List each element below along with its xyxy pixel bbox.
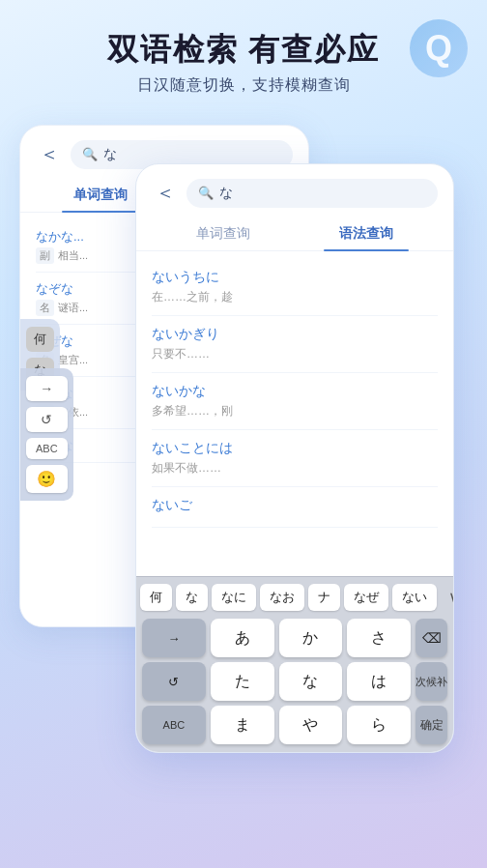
back-search-text: な [103,146,117,163]
main-title: 双语检索 有查必应 [23,31,464,68]
kana-ナ[interactable]: ナ [308,584,340,611]
grammar-cn: 只要不…… [152,346,438,362]
undo-back[interactable]: ↺ [26,407,68,432]
arrow-right-back[interactable]: → [26,376,68,401]
key-confirm[interactable]: 确定 [415,706,447,744]
phones-container: ＜ 🔍 な 单词查询 语法查询 なかな... 副相当... なぞな 名谜语...… [0,115,487,734]
kana-なお[interactable]: なお [260,584,304,611]
grammar-item[interactable]: ないかぎり 只要不…… [152,316,438,373]
kana-なぜ[interactable]: なぜ [344,584,388,611]
front-search-bar[interactable]: 🔍 な [186,179,438,208]
key-ha[interactable]: は [347,662,411,701]
grammar-item[interactable]: ないご [152,487,438,528]
front-tabs: 单词查询 语法查询 [136,217,453,251]
grammar-jp: ないかな [152,383,438,400]
key-abc[interactable]: ABC [142,706,206,744]
sub-title: 日汉随意切换，支持模糊查询 [23,75,464,96]
front-phone-header: ＜ 🔍 な [136,164,453,217]
key-ta[interactable]: た [211,662,274,701]
key-next-candidate[interactable]: 次候补 [415,662,447,701]
kana-ない[interactable]: ない [392,584,437,611]
keyboard-area: 何 な なに なお ナ なぜ ない ∨ → あ か さ ⌫ ↺ た な [136,576,453,752]
search-icon-back: 🔍 [82,147,98,161]
kana-なに[interactable]: なに [212,584,256,611]
grammar-jp: ないことには [152,440,438,457]
tab-grammar-front[interactable]: 语法查询 [295,217,438,250]
key-ya[interactable]: や [279,706,343,744]
keyboard-grid: → あ か さ ⌫ ↺ た な は 次候补 ABC ま や ら 确定 [136,615,453,752]
grammar-cn: 如果不做…… [152,460,438,477]
kana-な[interactable]: な [176,584,208,611]
grammar-item[interactable]: ないうちに 在……之前，趁 [152,259,438,316]
key-delete[interactable]: ⌫ [415,619,447,657]
key-ka[interactable]: か [279,619,343,657]
tab-word-front[interactable]: 单词查询 [152,217,295,250]
key-sa[interactable]: さ [347,619,411,657]
q-icon: Q [410,19,468,77]
emoji-back[interactable]: 🙂 [26,465,68,493]
grammar-jp: ないご [152,497,438,514]
grammar-item[interactable]: ないことには 如果不做…… [152,430,438,487]
front-grammar-list: ないうちに 在……之前，趁 ないかぎり 只要不…… ないかな 多希望……，刚 な… [136,255,453,535]
kana-何-back[interactable]: 何 [26,327,54,352]
grammar-item[interactable]: ないかな 多希望……，刚 [152,373,438,430]
more-icon[interactable]: ∨ [441,583,453,611]
phone-front: ＜ 🔍 な 单词查询 语法查询 ないうちに 在……之前，趁 ないかぎり 只要不…… [135,163,454,753]
key-ra[interactable]: ら [347,706,411,744]
back-button-back[interactable]: ＜ [36,139,63,169]
search-icon-front: 🔍 [198,186,214,200]
key-undo[interactable]: ↺ [142,662,206,701]
abc-back[interactable]: ABC [26,438,68,459]
key-a[interactable]: あ [211,619,274,657]
front-search-text: な [219,185,233,202]
key-ma[interactable]: ま [211,706,274,744]
key-na[interactable]: な [279,662,343,701]
grammar-jp: ないうちに [152,269,438,286]
back-button-front[interactable]: ＜ [152,178,179,208]
grammar-cn: 多希望……，刚 [152,403,438,420]
kana-何[interactable]: 何 [140,584,172,611]
grammar-jp: ないかぎり [152,326,438,343]
keyboard-top-row: 何 な なに なお ナ なぜ ない ∨ [136,577,453,615]
grammar-cn: 在……之前，趁 [152,289,438,305]
key-arrow[interactable]: → [142,619,206,657]
